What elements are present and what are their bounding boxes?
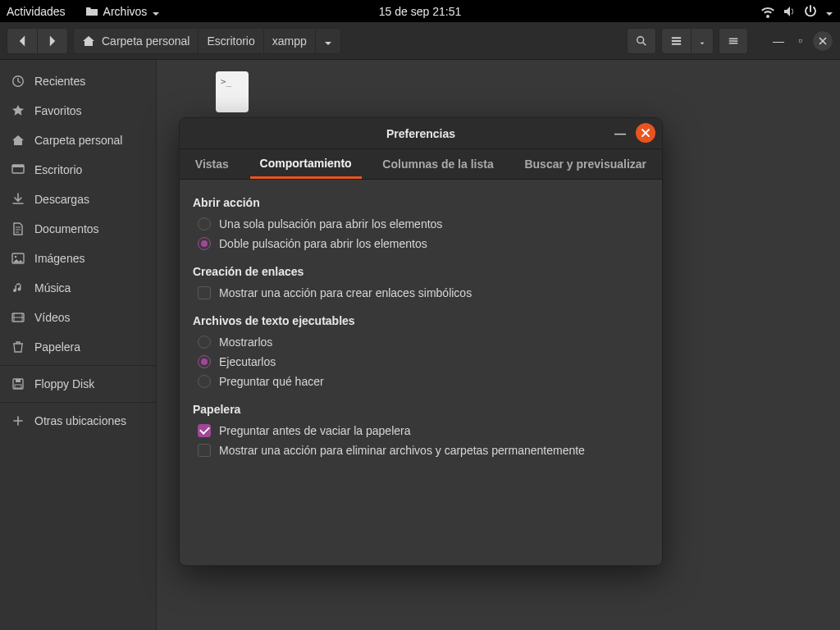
nav-group — [7, 28, 68, 54]
radio-exec-ask[interactable]: Preguntar qué hacer — [193, 372, 649, 391]
home-icon — [82, 34, 95, 48]
tab-views[interactable]: Vistas — [185, 149, 239, 179]
sidebar-item-label: Vídeos — [34, 311, 71, 324]
breadcrumb-current[interactable]: xampp — [263, 28, 315, 54]
sidebar-separator — [0, 402, 156, 403]
svg-rect-10 — [15, 385, 21, 388]
file-manager-headerbar: Carpeta personal Escritorio xampp — [0, 22, 840, 60]
breadcrumb: Carpeta personal Escritorio xampp — [73, 28, 341, 54]
option-label: Mostrarlos — [219, 336, 272, 349]
breadcrumb-home-label: Carpeta personal — [102, 34, 189, 48]
breadcrumb-desktop-label: Escritorio — [207, 34, 254, 48]
breadcrumb-menu-button[interactable] — [315, 28, 341, 54]
window-minimize-button[interactable]: — — [768, 34, 789, 48]
clock-label: 15 de sep 21:51 — [379, 5, 461, 18]
sidebar-separator — [0, 365, 156, 366]
svg-rect-1 — [800, 39, 802, 42]
view-list-button[interactable] — [661, 28, 691, 54]
option-label: Preguntar qué hacer — [219, 375, 324, 388]
chevron-left-icon — [16, 34, 29, 48]
view-switcher — [661, 28, 714, 54]
svg-point-0 — [637, 36, 644, 43]
radio-icon — [198, 336, 211, 349]
sidebar-item-trash[interactable]: Papelera — [0, 332, 156, 362]
svg-rect-9 — [16, 379, 21, 382]
nav-back-button[interactable] — [7, 28, 37, 54]
radio-icon — [198, 217, 211, 231]
sidebar-item-floppy[interactable]: Floppy Disk — [0, 369, 156, 399]
breadcrumb-current-label: xampp — [272, 34, 307, 48]
window-close-button[interactable] — [812, 30, 833, 52]
sidebar-item-other-locations[interactable]: Otras ubicaciones — [0, 406, 156, 436]
chevron-down-icon — [324, 37, 332, 45]
sidebar-item-favorites[interactable]: Favoritos — [0, 96, 156, 126]
check-confirm-empty-trash[interactable]: Preguntar antes de vaciar la papelera — [193, 421, 649, 441]
section-trash: Papelera — [193, 403, 649, 416]
option-label: Mostrar una acción para eliminar archivo… — [219, 444, 585, 457]
checkbox-icon — [198, 286, 211, 299]
sidebar-item-music[interactable]: Música — [0, 273, 156, 303]
clock[interactable]: 15 de sep 21:51 — [379, 5, 461, 18]
list-icon — [670, 34, 682, 48]
option-label: Ejecutarlos — [219, 355, 276, 368]
radio-exec-show[interactable]: Mostrarlos — [193, 332, 649, 352]
check-show-permanent-delete[interactable]: Mostrar una acción para eliminar archivo… — [193, 441, 649, 460]
hamburger-menu-button[interactable] — [719, 28, 748, 54]
dialog-close-button[interactable] — [636, 123, 655, 143]
option-label: Una sola pulsación para abrir los elemen… — [219, 217, 442, 231]
tab-search-preview[interactable]: Buscar y previsualizar — [514, 149, 656, 179]
places-sidebar: Recientes Favoritos Carpeta personal Esc… — [0, 60, 157, 630]
radio-single-click[interactable]: Una sola pulsación para abrir los elemen… — [193, 214, 649, 234]
dialog-minimize-button[interactable]: — — [614, 127, 626, 140]
gnome-panel: Actividades Archivos 15 de sep 21:51 — [0, 0, 840, 22]
activities-label: Actividades — [7, 5, 66, 18]
sidebar-item-label: Escritorio — [34, 163, 82, 176]
sidebar-item-downloads[interactable]: Descargas — [0, 185, 156, 214]
dialog-headerbar: Preferencias — — [180, 118, 662, 149]
option-label: Doble pulsación para abrir los elementos — [219, 237, 427, 250]
sidebar-item-recent[interactable]: Recientes — [0, 66, 156, 96]
chevron-right-icon — [46, 34, 59, 48]
wifi-icon[interactable] — [761, 5, 774, 18]
activities-button[interactable]: Actividades — [7, 5, 66, 18]
dialog-title: Preferencias — [386, 127, 455, 140]
search-icon — [636, 34, 647, 48]
file-thumbnail: >_ — [216, 71, 249, 112]
window-maximize-button[interactable] — [794, 34, 807, 48]
sidebar-item-documents[interactable]: Documentos — [0, 214, 156, 244]
radio-icon — [198, 237, 211, 250]
volume-icon[interactable] — [783, 5, 796, 18]
section-open-action: Abrir acción — [193, 196, 649, 209]
section-exec-text: Archivos de texto ejecutables — [193, 314, 649, 327]
section-link-creation: Creación de enlaces — [193, 265, 649, 278]
chevron-down-icon[interactable] — [825, 7, 833, 16]
file-thumb-text: >_ — [221, 76, 231, 87]
tab-behavior[interactable]: Comportamiento — [250, 149, 362, 179]
breadcrumb-desktop[interactable]: Escritorio — [198, 28, 262, 54]
sidebar-item-desktop[interactable]: Escritorio — [0, 155, 156, 185]
app-menu[interactable]: Archivos — [79, 3, 167, 20]
option-label: Preguntar antes de vaciar la papelera — [219, 424, 410, 437]
view-options-button[interactable] — [691, 28, 714, 54]
sidebar-item-images[interactable]: Imágenes — [0, 244, 156, 273]
sidebar-item-label: Favoritos — [34, 104, 82, 117]
sidebar-item-label: Carpeta personal — [34, 134, 122, 147]
breadcrumb-home[interactable]: Carpeta personal — [73, 28, 198, 54]
app-menu-label: Archivos — [103, 5, 148, 18]
radio-double-click[interactable]: Doble pulsación para abrir los elementos — [193, 234, 649, 253]
radio-icon — [198, 375, 211, 388]
sidebar-item-videos[interactable]: Vídeos — [0, 303, 156, 332]
preferences-dialog: Preferencias — Vistas Comportamiento Col… — [179, 117, 663, 566]
chevron-down-icon — [700, 37, 705, 45]
search-button[interactable] — [627, 28, 656, 54]
check-show-symlink-action[interactable]: Mostrar una acción para crear enlaces si… — [193, 283, 649, 303]
sidebar-item-home[interactable]: Carpeta personal — [0, 126, 156, 155]
tab-columns[interactable]: Columnas de la lista — [372, 149, 503, 179]
hamburger-icon — [728, 34, 739, 48]
sidebar-item-label: Documentos — [34, 222, 99, 235]
option-label: Mostrar una acción para crear enlaces si… — [219, 286, 472, 299]
power-icon[interactable] — [804, 5, 817, 18]
nav-forward-button[interactable] — [37, 28, 68, 54]
radio-exec-run[interactable]: Ejecutarlos — [193, 352, 649, 372]
checkbox-icon — [198, 444, 211, 457]
